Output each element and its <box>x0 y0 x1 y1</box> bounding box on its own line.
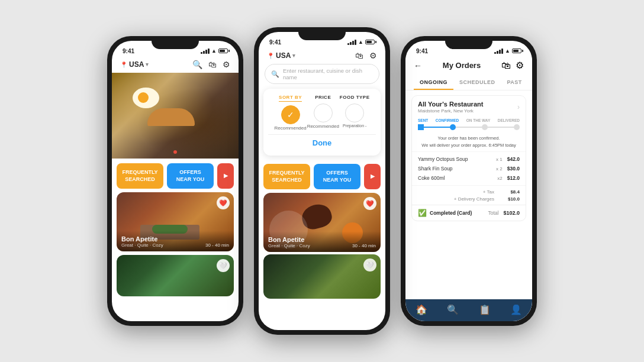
food-card-1[interactable]: ❤️ Bon Apetite Great · Quite · Cozy 30 -… <box>117 192 234 251</box>
filter-icon-1[interactable]: ⚙ <box>223 60 230 69</box>
price-label: PRICE <box>315 95 331 100</box>
card2-title: Bon Apetite <box>268 236 310 243</box>
nav-orders[interactable]: 📋 <box>479 304 491 315</box>
filter-icon-3[interactable]: ⚙ <box>516 60 524 71</box>
back-button[interactable]: ← <box>414 61 422 70</box>
delivery-label: + Delivery Charges <box>454 196 494 202</box>
total-label: Total <box>488 210 499 216</box>
order-summary: + Tax $8.4 + Delivery Charges $10.0 <box>412 185 526 205</box>
done-button-container: Done <box>268 135 376 152</box>
item-qty-1: x 1 <box>496 157 503 162</box>
restaurant-name: All Your's Restaurant <box>418 101 483 108</box>
order-card-header[interactable]: All Your's Restaurant Maidstone Park, Ne… <box>412 96 526 116</box>
food-type-filter[interactable]: FOOD TYPE Preparation - <box>340 95 370 131</box>
item-row-2: Shark Fin Soup x 2 $30.0 <box>418 164 520 173</box>
payment-method: Completed (Card) <box>430 210 472 216</box>
step-confirmed: CONFIRMED <box>436 118 459 122</box>
item-name-1: Yammy Octopus Soup <box>418 156 468 162</box>
bag-icon-3[interactable]: 🛍 <box>501 60 511 71</box>
item-price-3: $12.0 <box>507 175 520 181</box>
sort-by-filter[interactable]: SORT BY ✓ Recommended <box>274 95 306 131</box>
food-card-4[interactable]: 🤍 <box>263 254 381 299</box>
tab-past[interactable]: PAST <box>501 76 528 90</box>
card1-sub-1: Great · Quite · Cozy <box>121 243 163 248</box>
location-1[interactable]: 📍 USA ▾ <box>120 60 149 69</box>
time-2: 9:41 <box>269 39 281 46</box>
time-1: 9:41 <box>123 48 134 54</box>
sort-by-label: SORT BY <box>279 95 302 102</box>
sort-sub: Recommended <box>274 125 306 131</box>
red-btn-2[interactable]: ▶ <box>364 164 381 189</box>
food-type-circle[interactable] <box>345 104 364 122</box>
notch-3 <box>445 36 492 49</box>
bottom-nav: 🏠 🔍 📋 👤 <box>405 299 532 321</box>
search-icon-2: 🔍 <box>271 70 279 78</box>
done-button[interactable]: Done <box>313 138 332 147</box>
total-amount: $102.0 <box>503 210 520 216</box>
food-type-sub: Preparation - <box>343 124 366 128</box>
red-btn-1[interactable]: ▶ <box>217 163 234 189</box>
tab-ongoing[interactable]: ONGOING <box>414 76 453 90</box>
item-price-2: $30.0 <box>507 166 520 172</box>
item-qty-3: x2 <box>497 176 502 181</box>
location-2[interactable]: 📍 USA ▾ <box>267 51 295 60</box>
page-title: My Orders <box>443 61 481 70</box>
phone1-header: 📍 USA ▾ 🔍 🛍 ⚙ <box>112 57 239 73</box>
search-bar[interactable]: 🔍 Enter restaurant, cuisine or dish name <box>265 64 379 84</box>
price-circle[interactable] <box>314 104 333 122</box>
nav-profile[interactable]: 👤 <box>510 304 522 315</box>
price-sub: Recommended <box>307 124 339 129</box>
order-chevron: › <box>517 103 520 111</box>
scene: 9:41 ▲ 📍 USA ▾ 🔍 🛍 <box>0 0 644 362</box>
wifi-icon-1: ▲ <box>211 48 217 54</box>
offers-near-you-btn-1[interactable]: OFFERS NEAR YOU <box>167 163 214 189</box>
frequently-searched-btn-1[interactable]: FREQUENTLY SEARCHED <box>117 163 163 189</box>
nav-search[interactable]: 🔍 <box>447 304 459 315</box>
price-filter[interactable]: PRICE Recommended <box>307 95 339 131</box>
card2-time: 30 - 40 min <box>352 243 376 248</box>
wifi-icon-2: ▲ <box>358 39 363 45</box>
filter-icon-2[interactable]: ⚙ <box>369 51 377 60</box>
step-sent: SENT <box>418 118 428 122</box>
food-card-2[interactable]: 🤍 <box>117 255 234 296</box>
phone-3: 9:41 ▲ ← My Orders 🛍 ⚙ ONGOING <box>401 36 537 326</box>
tax-row: + Tax $8.4 <box>418 188 520 195</box>
card1-time-1: 30 - 40 min <box>205 243 229 248</box>
item-price-1: $42.0 <box>507 156 520 162</box>
order-card: All Your's Restaurant Maidstone Park, Ne… <box>411 95 526 221</box>
bag-icon-2[interactable]: 🛍 <box>355 51 363 60</box>
delivery-value: $10.0 <box>499 196 520 202</box>
search-icon-1[interactable]: 🔍 <box>192 60 202 69</box>
time-3: 9:41 <box>416 48 428 54</box>
tabs-row: ONGOING SCHEDULED PAST <box>405 76 532 90</box>
tax-label: + Tax <box>483 189 494 195</box>
restaurant-location: Maidstone Park, New York <box>418 108 483 114</box>
nav-home[interactable]: 🏠 <box>416 304 427 315</box>
search-placeholder: Enter restaurant, cuisine or dish name <box>283 67 373 80</box>
step-delivered: DELIVERED <box>498 118 520 122</box>
food-type-label: FOOD TYPE <box>340 95 370 100</box>
total-row: ✅ Completed (Card) Total $102.0 <box>412 205 526 221</box>
action-buttons-2: FREQUENTLY SEARCHED OFFERS NEAR YOU ▶ <box>259 159 385 193</box>
item-name-3: Coke 600ml <box>418 175 445 181</box>
check-icon: ✅ <box>418 209 427 217</box>
bag-icon-1[interactable]: 🛍 <box>208 60 217 69</box>
step-onway: ON THE WAY <box>466 118 491 122</box>
tab-scheduled[interactable]: SCHEDULED <box>453 76 501 90</box>
delivery-row: + Delivery Charges $10.0 <box>418 195 520 202</box>
phone2-header: 📍 USA ▾ 🛍 ⚙ <box>259 49 385 64</box>
hero-image-1 <box>112 73 239 159</box>
sort-circle-active[interactable]: ✓ <box>281 105 300 124</box>
frequently-searched-btn-2[interactable]: FREQUENTLY SEARCHED <box>263 164 310 189</box>
phone3-header: ← My Orders 🛍 ⚙ <box>405 57 532 76</box>
wifi-icon-3: ▲ <box>505 48 510 54</box>
tax-value: $8.4 <box>499 189 520 195</box>
phone-1: 9:41 ▲ 📍 USA ▾ 🔍 🛍 <box>107 36 243 326</box>
food-card-3[interactable]: ❤️ Bon Apetite Great · Quite · Cozy 30 -… <box>263 193 381 252</box>
notch-1 <box>152 36 199 49</box>
item-qty-2: x 2 <box>496 166 503 172</box>
offers-near-you-btn-2[interactable]: OFFERS NEAR YOU <box>314 164 360 189</box>
filter-row: SORT BY ✓ Recommended PRICE Recommended … <box>268 92 376 135</box>
item-row-3: Coke 600ml x2 $12.0 <box>418 173 520 183</box>
card2-sub: Great · Quite · Cozy <box>268 243 310 248</box>
